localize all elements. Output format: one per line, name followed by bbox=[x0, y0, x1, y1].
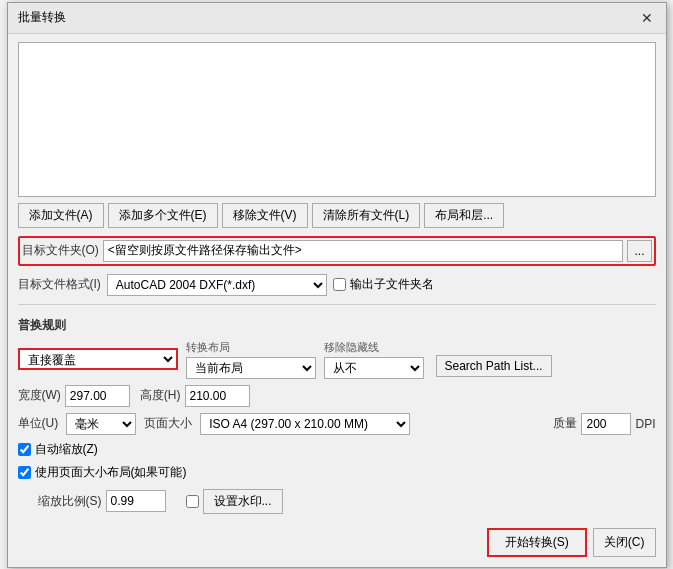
auto-shrink-text: 自动缩放(Z) bbox=[35, 441, 98, 458]
layout-col: 转换布局 当前布局 bbox=[186, 340, 316, 379]
close-icon-button[interactable]: ✕ bbox=[638, 9, 656, 27]
height-group: 高度(H) bbox=[140, 385, 250, 407]
layout-label: 转换布局 bbox=[186, 340, 316, 355]
output-subfolder-checkbox[interactable] bbox=[333, 278, 346, 291]
watermark-checkbox[interactable] bbox=[186, 495, 199, 508]
auto-shrink-label[interactable]: 自动缩放(Z) bbox=[18, 441, 656, 458]
hidden-lines-label: 移除隐藏线 bbox=[324, 340, 424, 355]
use-page-size-checkbox[interactable] bbox=[18, 466, 31, 479]
remove-file-button[interactable]: 移除文件(V) bbox=[222, 203, 308, 228]
target-folder-row: 目标文件夹(O) ... bbox=[18, 236, 656, 266]
clear-all-button[interactable]: 清除所有文件(L) bbox=[312, 203, 421, 228]
hidden-lines-select[interactable]: 从不 bbox=[324, 357, 424, 379]
height-input[interactable] bbox=[185, 385, 250, 407]
page-size-label: 页面大小 bbox=[144, 415, 192, 432]
output-subfolder-label: 输出子文件夹名 bbox=[350, 276, 434, 293]
quality-label: 质量 bbox=[553, 415, 577, 432]
scale-label: 缩放比例(S) bbox=[38, 493, 102, 510]
dialog-body: 添加文件(A) 添加多个文件(E) 移除文件(V) 清除所有文件(L) 布局和层… bbox=[8, 34, 666, 567]
rules-section-title: 普换规则 bbox=[18, 317, 656, 334]
dialog-title: 批量转换 bbox=[18, 9, 66, 26]
width-group: 宽度(W) bbox=[18, 385, 130, 407]
dialog-close-button[interactable]: 关闭(C) bbox=[593, 528, 656, 557]
unit-select[interactable]: 毫米 bbox=[66, 413, 136, 435]
rules-row: 直接覆盖 转换布局 当前布局 移除隐藏线 从不 Search Path Li bbox=[18, 340, 656, 379]
auto-shrink-checkbox[interactable] bbox=[18, 443, 31, 456]
add-file-button[interactable]: 添加文件(A) bbox=[18, 203, 104, 228]
quality-group: 质量 DPI bbox=[553, 413, 655, 435]
target-format-select[interactable]: AutoCAD 2004 DXF(*.dxf) bbox=[107, 274, 327, 296]
replace-rule-col: 直接覆盖 bbox=[18, 348, 178, 370]
add-multiple-button[interactable]: 添加多个文件(E) bbox=[108, 203, 218, 228]
target-format-label: 目标文件格式(I) bbox=[18, 276, 101, 293]
toolbar-buttons: 添加文件(A) 添加多个文件(E) 移除文件(V) 清除所有文件(L) 布局和层… bbox=[18, 203, 656, 228]
search-path-col: Search Path List... bbox=[436, 341, 552, 377]
scale-row: 缩放比例(S) 设置水印... bbox=[38, 489, 656, 514]
output-subfolder-checkbox-label[interactable]: 输出子文件夹名 bbox=[333, 276, 434, 293]
watermark-row[interactable]: 设置水印... bbox=[186, 489, 283, 514]
batch-convert-dialog: 批量转换 ✕ 添加文件(A) 添加多个文件(E) 移除文件(V) 清除所有文件(… bbox=[7, 2, 667, 568]
quality-input[interactable] bbox=[581, 413, 631, 435]
browse-button[interactable]: ... bbox=[627, 240, 651, 262]
unit-label: 单位(U) bbox=[18, 415, 59, 432]
search-path-spacer bbox=[436, 341, 552, 353]
hidden-lines-col: 移除隐藏线 从不 bbox=[324, 340, 424, 379]
width-input[interactable] bbox=[65, 385, 130, 407]
dimension-row: 宽度(W) 高度(H) bbox=[18, 385, 656, 407]
bottom-button-row: 开始转换(S) 关闭(C) bbox=[18, 522, 656, 559]
replace-rule-select[interactable]: 直接覆盖 bbox=[18, 348, 178, 370]
width-label: 宽度(W) bbox=[18, 387, 61, 404]
start-convert-button[interactable]: 开始转换(S) bbox=[487, 528, 587, 557]
layout-select[interactable]: 当前布局 bbox=[186, 357, 316, 379]
divider-1 bbox=[18, 304, 656, 305]
set-watermark-button[interactable]: 设置水印... bbox=[203, 489, 283, 514]
unit-page-size-row: 单位(U) 毫米 页面大小 ISO A4 (297.00 x 210.00 MM… bbox=[18, 413, 656, 435]
page-size-select[interactable]: ISO A4 (297.00 x 210.00 MM) bbox=[200, 413, 410, 435]
search-path-button[interactable]: Search Path List... bbox=[436, 355, 552, 377]
use-page-size-label[interactable]: 使用页面大小布局(如果可能) bbox=[18, 464, 656, 481]
file-list-area bbox=[18, 42, 656, 197]
target-format-row: 目标文件格式(I) AutoCAD 2004 DXF(*.dxf) 输出子文件夹… bbox=[18, 274, 656, 296]
height-label: 高度(H) bbox=[140, 387, 181, 404]
title-bar: 批量转换 ✕ bbox=[8, 3, 666, 34]
dpi-label: DPI bbox=[635, 417, 655, 431]
layout-layers-button[interactable]: 布局和层... bbox=[424, 203, 504, 228]
target-folder-input[interactable] bbox=[103, 240, 624, 262]
use-page-size-text: 使用页面大小布局(如果可能) bbox=[35, 464, 187, 481]
scale-input[interactable] bbox=[106, 490, 166, 512]
target-folder-label: 目标文件夹(O) bbox=[22, 242, 99, 259]
